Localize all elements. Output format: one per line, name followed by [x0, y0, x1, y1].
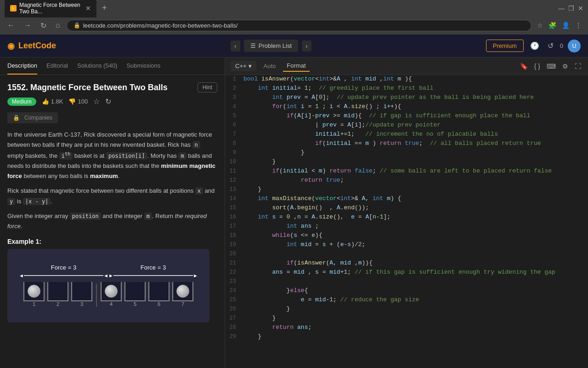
language-selector[interactable]: C++ ▾ [231, 61, 256, 71]
problem-list-label: Problem List [259, 42, 292, 49]
bold-maximum: maximum [90, 172, 118, 179]
ball-1 [28, 285, 40, 298]
code-line-23: 23 [225, 277, 588, 287]
dislike-button[interactable]: 👎 100 [68, 98, 88, 105]
premium-button[interactable]: Premium [486, 40, 524, 52]
menu-button[interactable]: ⋮ [573, 20, 583, 31]
back-button[interactable]: ← [5, 19, 17, 31]
refresh-nav-icon[interactable]: ↺ [546, 40, 555, 52]
line-content-19: int mid = s + (e-s)/2; [243, 241, 588, 249]
hamburger-icon: ☰ [250, 42, 256, 49]
like-button[interactable]: 👍 1.8K [42, 98, 63, 105]
browser-tab-active[interactable]: L Magnetic Force Between Two Ba... ✕ [5, 0, 96, 17]
line-content-17: int ans ; [243, 223, 588, 231]
right-panel: C++ ▾ Auto Format 🔖 { } ⌨ ⚙ ⛶ 1 bool [225, 58, 588, 368]
code-line-18: 18 while(s <= e){ [225, 231, 588, 241]
bookmark-button[interactable]: ☆ [535, 20, 545, 31]
next-problem-button[interactable]: › [302, 40, 311, 52]
code-line-17: 17 int ans ; [225, 222, 588, 231]
panel-tabs: Description Editorial Solutions (540) Su… [0, 58, 225, 75]
desc-paragraph-2: Rick stated that magnetic force between … [7, 186, 217, 206]
code-line-25: 25 e = mid-1; // reduce the gap size [225, 296, 588, 305]
problem-list-button[interactable]: ☰ Problem List [244, 40, 298, 52]
auto-button[interactable]: Auto [260, 61, 280, 71]
desc-paragraph-1: In the universe Earth C-137, Rick discov… [7, 130, 217, 181]
minimize-button[interactable]: — [558, 5, 565, 12]
tab-solutions[interactable]: Solutions (540) [77, 58, 117, 75]
code-line-4: 4 for(int i = 1 ; i < A.size() ; i++){ [225, 103, 588, 112]
code-editor[interactable]: 1 bool isAnswer(vector<int>&A , int mid … [225, 75, 588, 368]
braces-icon[interactable]: { } [533, 61, 542, 71]
tab-close-button[interactable]: ✕ [85, 5, 91, 12]
close-window-button[interactable]: ✕ [578, 5, 583, 12]
basket-1 [23, 282, 45, 301]
code-line-24: 24 }else{ [225, 287, 588, 296]
baskets-container: 1 2 3 [23, 282, 193, 307]
new-tab-button[interactable]: + [100, 3, 109, 13]
line-num-4: 4 [225, 103, 243, 111]
tab-submissions[interactable]: Submissions [126, 58, 160, 75]
line-content-10: } [243, 158, 588, 167]
code-line-14: 14 int maxDistance(vector<int>& A, int m… [225, 195, 588, 204]
nav-center: ‹ ☰ Problem List › [63, 40, 479, 52]
fullscreen-icon[interactable]: ⛶ [573, 61, 582, 71]
address-bar[interactable]: 🔒 leetcode.com/problems/magnetic-force-b… [67, 20, 531, 31]
basket-6 [148, 282, 170, 301]
lock-icon: 🔒 [13, 115, 20, 121]
logo: ◉ LeetCode [7, 41, 56, 51]
line-num-9: 9 [225, 149, 243, 157]
code-line-7: 7 initial+=1; // increment the no of pla… [225, 130, 588, 139]
basket-num-4: 4 [110, 301, 113, 307]
line-content-7: initial+=1; // increment the no of placa… [243, 131, 588, 139]
prev-problem-button[interactable]: ‹ [231, 40, 240, 52]
companies-button[interactable]: 🔒 Companies [7, 112, 58, 123]
format-button[interactable]: Format [283, 60, 309, 72]
star-button[interactable]: ☆ [93, 97, 100, 106]
code-line-26: 26 } [225, 305, 588, 314]
force-label-right: Force = 3 [141, 264, 166, 271]
line-num-11: 11 [225, 167, 243, 176]
line-num-10: 10 [225, 158, 243, 167]
url-text: leetcode.com/problems/magnetic-force-bet… [83, 22, 238, 29]
line-num-20: 20 [225, 250, 243, 259]
forward-button[interactable]: → [21, 19, 34, 31]
logo-text: LeetCode [18, 41, 56, 51]
line-content-28: return ans; [243, 324, 588, 332]
line-num-3: 3 [225, 94, 243, 102]
problem-title-area: 1552. Magnetic Force Between Two Balls H… [7, 82, 217, 92]
toolbar-icons: ☆ 🧩 👤 ⋮ [535, 20, 583, 31]
basket-7-group: 7 [172, 282, 193, 307]
keyboard-icon[interactable]: ⌨ [545, 61, 557, 71]
line-num-21: 21 [225, 259, 243, 268]
line-num-23: 23 [225, 278, 243, 286]
code-line-5: 5 if(A[i]-prev >= mid){ // if gap is suf… [225, 112, 588, 121]
user-avatar[interactable]: U [568, 40, 581, 52]
line-num-24: 24 [225, 287, 243, 295]
n-code: n [192, 141, 200, 149]
line-content-1: bool isAnswer(vector<int>&A , int mid ,i… [243, 75, 588, 84]
code-line-15: 15 sort(A.begin() , A.end()); [225, 204, 588, 213]
basket-7 [172, 282, 193, 301]
bookmark-editor-icon[interactable]: 🔖 [519, 61, 529, 71]
line-num-6: 6 [225, 121, 243, 130]
line-content-29: } [243, 333, 588, 341]
line-num-12: 12 [225, 177, 243, 185]
code-line-22: 22 ans = mid , s = mid+1; // if this gap… [225, 268, 588, 277]
home-button[interactable]: ⌂ [53, 19, 63, 31]
y-code: y [7, 198, 15, 205]
tab-description[interactable]: Description [7, 58, 37, 75]
reload-button[interactable]: ↻ [38, 19, 49, 32]
hint-button[interactable]: Hint [198, 82, 217, 92]
clock-icon[interactable]: 🕐 [528, 40, 541, 52]
line-content-12: return true; [243, 177, 588, 185]
profile-button[interactable]: 👤 [560, 20, 571, 31]
share-button[interactable]: ↻ [105, 97, 111, 106]
extensions-button[interactable]: 🧩 [547, 20, 558, 31]
basket-2-group: 2 [47, 282, 68, 307]
settings-icon[interactable]: ⚙ [561, 61, 570, 71]
maximize-button[interactable]: ❐ [568, 5, 574, 12]
tab-title: Magnetic Force Between Two Ba... [19, 2, 81, 15]
code-line-16: 16 int s = 0 ,n = A.size(), e = A[n-1]; [225, 213, 588, 222]
tab-editorial[interactable]: Editorial [46, 58, 68, 75]
line-content-20 [243, 250, 588, 259]
